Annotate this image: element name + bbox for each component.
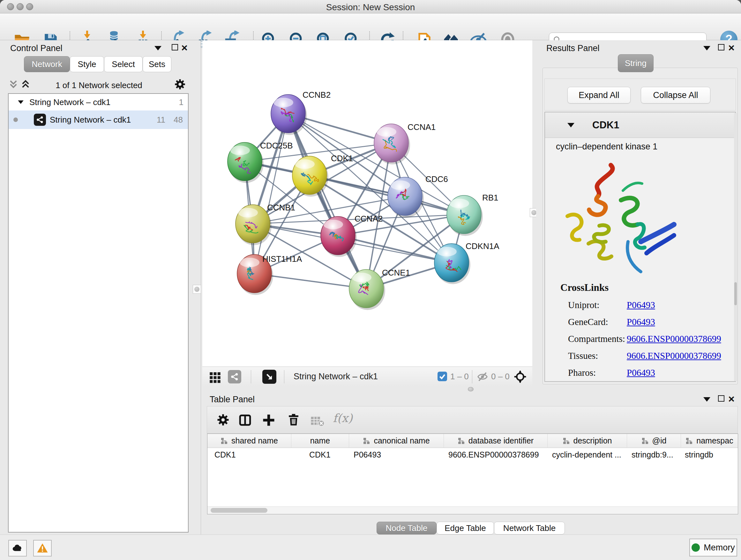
- tab-edge-table[interactable]: Edge Table: [436, 522, 494, 535]
- memory-label: Memory: [704, 543, 735, 553]
- column-header[interactable]: canonical name: [349, 434, 444, 448]
- function-builder-icon: f(x): [333, 412, 353, 425]
- network-canvas[interactable]: CCNB2CCNA1CDC25BCDK1CDC6RB1CCNB1CCNA2CDK…: [202, 40, 532, 367]
- node-CCNB1[interactable]: CCNB1: [235, 203, 295, 245]
- table-scrollbar-thumb[interactable]: [211, 508, 267, 513]
- expand-all-networks-icon[interactable]: [20, 79, 30, 89]
- fit-selected-crosshair-icon[interactable]: [514, 370, 527, 383]
- network-view-title: String Network – cdk1: [293, 372, 378, 381]
- separator: [472, 370, 472, 383]
- node-CDKN1A[interactable]: CDKN1A: [434, 241, 499, 284]
- column-header[interactable]: description: [548, 434, 627, 448]
- tab-sets[interactable]: Sets: [143, 56, 172, 72]
- hidden-node-edge-counts: 0 – 0: [491, 372, 510, 381]
- collapse-collection-icon[interactable]: [18, 100, 23, 104]
- network-type-icon: [34, 114, 46, 126]
- node-CCNA1[interactable]: CCNA1: [374, 122, 435, 165]
- node-RB1[interactable]: RB1: [447, 193, 498, 236]
- show-columns-icon[interactable]: [239, 414, 252, 427]
- float-panel-icon[interactable]: [718, 44, 724, 51]
- column-header[interactable]: name: [291, 434, 349, 448]
- close-panel-icon[interactable]: ×: [728, 393, 735, 405]
- tab-select[interactable]: Select: [104, 56, 143, 72]
- node-label-CDC25B: CDC25B: [260, 141, 293, 150]
- column-header[interactable]: database identifier: [444, 434, 548, 448]
- collapse-all-button[interactable]: Collapse All: [641, 87, 711, 104]
- tab-network-table[interactable]: Network Table: [494, 522, 565, 535]
- node-CDC25B[interactable]: CDC25B: [227, 141, 293, 183]
- table-row-cell[interactable]: P06493: [349, 448, 444, 461]
- cloud-status-button[interactable]: [8, 540, 27, 557]
- network-options-gear-icon[interactable]: [174, 78, 186, 90]
- gene-description: cyclin–dependent kinase 1: [556, 142, 735, 152]
- tab-node-table[interactable]: Node Table: [377, 522, 436, 535]
- node-label-CCNB1: CCNB1: [267, 203, 295, 212]
- network-graph[interactable]: CCNB2CCNA1CDC25BCDK1CDC6RB1CCNB1CCNA2CDK…: [202, 40, 532, 367]
- close-panel-icon[interactable]: ×: [181, 42, 188, 54]
- control-panel-title: Control Panel: [10, 44, 63, 53]
- collapse-all-networks-icon[interactable]: [8, 79, 18, 89]
- add-column-icon[interactable]: [262, 414, 275, 427]
- left-splitter-handle[interactable]: [193, 285, 201, 294]
- node-CDC6[interactable]: CDC6: [388, 174, 448, 218]
- node-table: shared name name canonical name database…: [207, 434, 738, 514]
- table-row-cell[interactable]: 9606.ENSP00000378699: [444, 448, 548, 461]
- table-scrollbar-track[interactable]: [207, 506, 738, 514]
- node-HIST1H1A[interactable]: HIST1H1A: [237, 254, 302, 295]
- float-panel-icon[interactable]: [718, 395, 724, 401]
- grid-view-icon[interactable]: [209, 371, 221, 383]
- table-row-cell[interactable]: CDK1: [207, 448, 291, 461]
- uniprot-link[interactable]: P06493: [627, 297, 655, 314]
- tissues-link[interactable]: 9606.ENSP00000378699: [627, 348, 721, 364]
- cloud-icon: [11, 543, 23, 554]
- edge-CCNB2-HIST1H1A[interactable]: [254, 114, 288, 273]
- table-row-cell[interactable]: stringdb: [681, 448, 738, 461]
- warnings-button[interactable]: [33, 540, 52, 557]
- collapse-section-icon[interactable]: [567, 123, 575, 127]
- node-CCNE1[interactable]: CCNE1: [349, 268, 410, 310]
- table-row-cell[interactable]: CDK1: [291, 448, 349, 461]
- network-share-icon[interactable]: [228, 370, 241, 383]
- panel-menu-icon[interactable]: [154, 46, 161, 51]
- column-header[interactable]: namespac: [681, 434, 738, 448]
- genecard-link[interactable]: P06493: [627, 314, 655, 330]
- node-label-CCNA1: CCNA1: [408, 122, 435, 132]
- results-scrollbar-thumb[interactable]: [734, 282, 737, 305]
- gene-section: CDK1 cyclin–dependent kinase 1 CrossLink…: [544, 112, 736, 382]
- memory-button[interactable]: Memory: [689, 539, 737, 557]
- pharos-link[interactable]: P06493: [627, 364, 655, 381]
- network-status-dot: [13, 118, 18, 122]
- compartments-link[interactable]: 9606.ENSP00000378699: [627, 330, 721, 348]
- birdseye-view-icon[interactable]: [262, 370, 276, 384]
- network-row-selected[interactable]: String Network – cdk1 11 48: [9, 111, 188, 129]
- panel-menu-icon[interactable]: [703, 46, 711, 51]
- expand-all-button[interactable]: Expand All: [567, 87, 630, 104]
- edge-count: 48: [174, 115, 183, 125]
- selected-checkbox-icon[interactable]: [437, 372, 447, 381]
- tab-style[interactable]: Style: [70, 56, 104, 72]
- node-label-CDC6: CDC6: [425, 174, 448, 184]
- column-header[interactable]: shared name: [207, 434, 291, 448]
- horizontal-splitter[interactable]: [201, 386, 741, 392]
- network-column-icon: [458, 437, 465, 445]
- network-collection-row[interactable]: String Network – cdk1 1: [9, 94, 188, 111]
- crosslink-row: Pharos:P06493: [568, 364, 735, 381]
- panel-menu-icon[interactable]: [703, 397, 711, 401]
- table-row-cell[interactable]: stringdb:9...: [627, 448, 681, 461]
- table-row-cell[interactable]: cyclin-dependent ...: [548, 448, 627, 461]
- network-column-icon: [642, 437, 649, 445]
- tab-network[interactable]: Network: [24, 56, 70, 72]
- results-scrollbar-track[interactable]: [734, 113, 737, 381]
- gene-section-header[interactable]: CDK1: [545, 112, 735, 138]
- close-panel-icon[interactable]: ×: [728, 42, 735, 54]
- window-title: Session: New Session: [0, 2, 741, 12]
- float-panel-icon[interactable]: [172, 44, 178, 51]
- node-label-CDK1: CDK1: [331, 153, 353, 163]
- column-header[interactable]: @id: [627, 434, 681, 448]
- tab-string[interactable]: String: [618, 54, 654, 72]
- splitter-handle-dot[interactable]: [468, 387, 474, 391]
- node-CCNB2[interactable]: CCNB2: [271, 90, 331, 135]
- table-options-gear-icon[interactable]: [217, 414, 229, 426]
- delete-column-trash-icon[interactable]: [287, 413, 300, 427]
- node-CDK1[interactable]: CDK1: [292, 153, 353, 197]
